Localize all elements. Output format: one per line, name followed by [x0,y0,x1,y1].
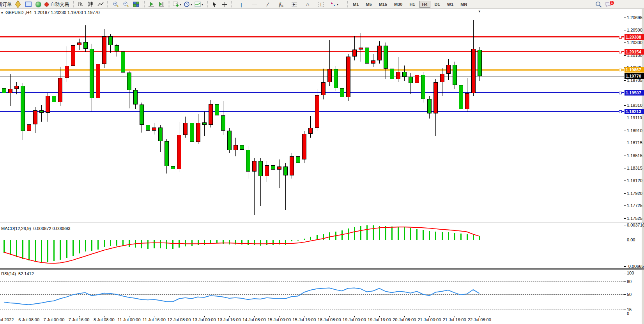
timeframe-m5[interactable]: M5 [363,1,374,8]
arrows-icon [330,2,336,7]
timeframe-h1[interactable]: H1 [407,1,418,8]
candle-body [384,46,388,68]
new-chart-button[interactable]: ▾ [172,0,182,8]
macd-panel[interactable] [0,225,624,268]
channel-button[interactable]: ∥E [276,0,286,8]
candle-body [177,135,181,169]
symbol-dropdown-icon[interactable]: ▾ [1,11,3,16]
timeframe-w1[interactable]: W1 [444,1,456,8]
hline-handle[interactable] [619,110,622,113]
indicators-icon [195,1,201,7]
toolbar-grip [231,1,233,7]
fibonacci-button[interactable]: F [290,0,299,8]
candle-wick [410,73,411,94]
notifications-button[interactable]: 1 [604,0,613,8]
candle-body [465,93,469,109]
candle-body [183,123,188,135]
open-value: 1.20187 [34,10,50,15]
macd-histogram-bar [254,240,255,245]
macd-histogram-bar [404,227,405,240]
new-order-button[interactable]: 新订单 [0,0,12,8]
candle-body [340,88,344,97]
macd-histogram-bar [360,226,361,240]
macd-histogram-bar [79,240,80,253]
search-button[interactable] [594,0,603,8]
candle-body [33,110,37,124]
price-chart-panel[interactable] [0,9,624,223]
chart-candles-button[interactable] [86,0,95,8]
macd-histogram-bar [4,240,5,253]
hline-handle[interactable] [619,51,622,53]
timeframe-m30[interactable]: M30 [391,1,405,8]
candle-body [71,45,75,66]
macd-histogram-bar [73,240,74,256]
indicators-button[interactable]: ▾ [194,0,204,8]
candle-body [121,51,125,73]
vline-button[interactable]: | [237,0,246,8]
cursor-button[interactable] [210,0,219,8]
zoom-out-button[interactable] [121,0,131,8]
autoscroll-button[interactable] [147,0,156,8]
chart-shift-button[interactable] [157,0,166,8]
price-tick [624,143,626,143]
date-tick-label: 6 Jul 08:00 [15,317,43,322]
zoom-in-button[interactable] [111,0,120,8]
macd-histogram-bar [323,234,324,240]
price-badge-1.19213: 1.19213 [625,109,644,114]
chart-line-button[interactable] [96,0,105,8]
label-button[interactable]: T [316,0,326,8]
rsi-tick [624,282,626,282]
new-chart-icon [173,1,179,7]
hline-handle[interactable] [619,69,622,71]
macd-tick-label: -0.006657 [627,264,644,269]
candle-body [215,104,219,115]
rsi-tick-label: 100 [627,271,634,276]
panel-separator[interactable] [0,223,644,224]
candle-body [240,145,244,149]
crosshair-button[interactable] [220,0,229,8]
charts-window-button[interactable] [23,0,33,8]
rsi-tick [624,316,626,316]
candle-body [202,122,207,125]
price-tick-label: 1.19110 [627,115,642,120]
candle-body [265,165,269,176]
price-tick [624,205,626,206]
signals-button[interactable] [34,0,43,8]
timeframe-mn[interactable]: MN [458,1,470,8]
macd-histogram-bar [179,240,180,248]
autotrade-button[interactable]: 自动交易 [44,0,70,8]
hline-1.20388[interactable] [0,36,624,37]
tile-windows-button[interactable] [131,0,141,8]
hline-handle[interactable] [619,92,622,94]
macd-histogram-bar [373,225,374,240]
timeframe-d1[interactable]: D1 [432,1,443,8]
hline-1.19213[interactable] [0,111,624,112]
price-tick-label: 1.19310 [627,103,642,108]
hline-handle[interactable] [619,36,622,39]
text-button[interactable]: A [303,0,312,8]
panel-separator[interactable] [0,268,644,270]
macd-tick [624,266,626,267]
macd-histogram-bar [317,235,318,240]
chart-bars-button[interactable] [76,0,85,8]
candle-body [377,46,382,60]
period-button[interactable]: ▾ [183,0,193,8]
price-tick-label: 1.17525 [627,216,642,221]
rsi-label: RSI(14) 52.1412 [1,271,34,276]
trendline-button[interactable]: / [263,0,272,8]
rsi-level-line [0,282,624,282]
macd-histogram-bar [154,240,155,248]
arrows-button[interactable]: ▾ [329,0,339,8]
timeframe-h4[interactable]: H4 [419,1,430,8]
price-badge-1.19770: 1.19770 [625,73,644,79]
date-tick-label: 19 Jul 00:00 [340,317,368,322]
new-order-icon [15,0,21,8]
candle-body [359,48,363,50]
candle-body [334,69,338,88]
order-tag-button[interactable] [13,0,23,8]
timeframe-m15[interactable]: M15 [376,1,390,8]
hline-button[interactable]: — [250,0,259,8]
timeframe-m1[interactable]: M1 [350,1,361,8]
rsi-tick-label: 50 [627,292,632,297]
macd-tick-label: 0.003716 [627,223,644,228]
